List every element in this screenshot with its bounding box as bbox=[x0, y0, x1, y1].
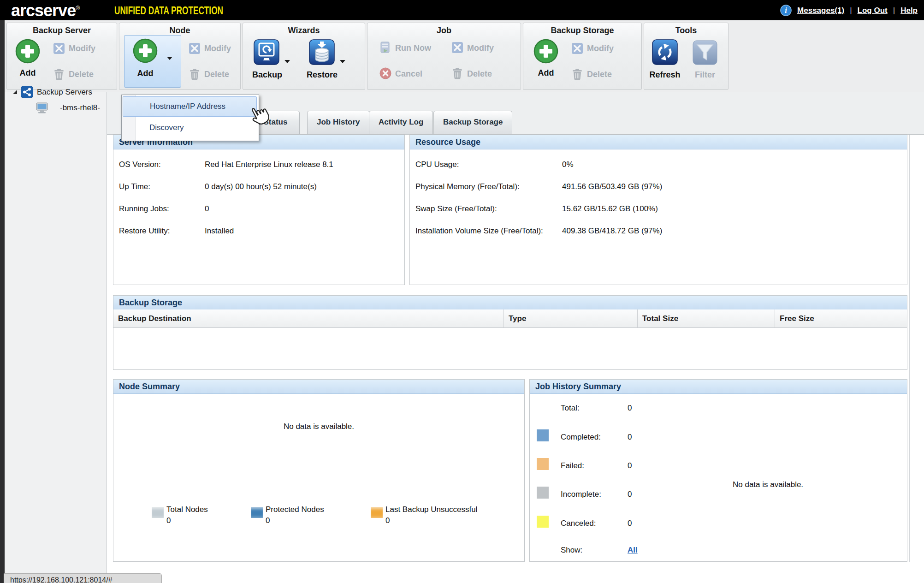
jh-swatch-failed bbox=[537, 458, 549, 470]
node-add-dropdown-menu: Hostname/IP Address Discovery bbox=[121, 95, 259, 141]
server-information-panel: Server Information OS Version: Red Hat E… bbox=[113, 135, 405, 285]
resource-value: 15.62 GB/15.62 GB (100%) bbox=[562, 204, 658, 214]
job-history-summary-panel: Job History Summary Total: 0 Completed: … bbox=[529, 379, 907, 562]
tree-expand-icon[interactable] bbox=[13, 90, 17, 94]
panel-title: Resource Usage bbox=[410, 135, 907, 149]
top-bar: arcserve® UNIFIED DATA PROTECTION i Mess… bbox=[0, 0, 924, 20]
ribbon-group-backup-storage: Backup Storage Add Modify Delete bbox=[523, 23, 642, 90]
jh-swatch-incomplete bbox=[537, 487, 549, 499]
app-window: arcserve® UNIFIED DATA PROTECTION i Mess… bbox=[0, 0, 924, 583]
column-header-free-size[interactable]: Free Size bbox=[775, 309, 907, 328]
tree-item-backup-servers[interactable]: Backup Servers bbox=[13, 86, 92, 98]
filter-icon bbox=[692, 40, 718, 65]
group-title: Node bbox=[119, 26, 240, 36]
jh-label: Canceled: bbox=[561, 519, 596, 528]
ribbon-group-node: Node Add Modify Delete bbox=[119, 23, 241, 90]
ribbon-group-wizards: Wizards Backup bbox=[243, 23, 365, 90]
legend-label: Total Nodes bbox=[166, 505, 208, 514]
legend-label: Protected Nodes bbox=[266, 505, 324, 514]
dropdown-arrow-icon bbox=[167, 57, 172, 60]
backup-wizard-icon bbox=[253, 39, 280, 65]
info-value: Red Hat Enterprise Linux release 8.1 bbox=[205, 160, 333, 169]
legend-value: 0 bbox=[166, 516, 171, 525]
info-label: Restore Utility: bbox=[119, 226, 170, 236]
resource-value: 0% bbox=[562, 160, 574, 169]
info-icon: i bbox=[780, 5, 792, 16]
add-icon bbox=[15, 39, 40, 64]
menu-item-hostname-ip-address[interactable]: Hostname/IP Address bbox=[123, 96, 257, 117]
dropdown-arrow-icon bbox=[284, 60, 290, 63]
ribbon-group-backup-server: Backup Server Add Modify Delete bbox=[6, 23, 117, 90]
show-label: Show: bbox=[561, 546, 582, 555]
group-title: Tools bbox=[644, 26, 728, 36]
separator: | bbox=[893, 6, 895, 15]
column-header-total-size[interactable]: Total Size bbox=[638, 309, 775, 328]
tree-item-server[interactable]: -bms-rhel8- bbox=[36, 102, 100, 113]
product-title: UNIFIED DATA PROTECTION bbox=[114, 4, 223, 17]
delete-icon bbox=[572, 68, 583, 80]
jh-value: 0 bbox=[628, 490, 632, 499]
empty-message: No data is available. bbox=[113, 422, 524, 431]
logout-link[interactable]: Log Out bbox=[858, 6, 888, 15]
jh-label: Failed: bbox=[561, 461, 584, 470]
backup-storage-panel: Backup Storage Backup Destination Type T… bbox=[113, 295, 907, 370]
column-header-backup-destination[interactable]: Backup Destination bbox=[113, 309, 504, 328]
group-title: Job bbox=[367, 26, 521, 36]
ribbon-group-job: Job Run Now Modify Cancel Delete bbox=[367, 23, 521, 90]
info-value: Installed bbox=[205, 226, 234, 236]
delete-icon bbox=[452, 67, 463, 79]
legend-value: 0 bbox=[266, 516, 270, 525]
legend-label: Last Backup Unsuccessful bbox=[385, 505, 477, 514]
column-header-type[interactable]: Type bbox=[504, 309, 638, 328]
resource-label: Physical Memory (Free/Total): bbox=[415, 182, 520, 191]
jh-value: 0 bbox=[628, 404, 632, 413]
jh-label: Total: bbox=[561, 404, 580, 413]
tab-backup-storage[interactable]: Backup Storage bbox=[433, 111, 512, 134]
node-summary-panel: Node Summary No data is available. Total… bbox=[113, 379, 525, 562]
messages-link[interactable]: Messages(1) bbox=[797, 6, 844, 15]
modify-icon bbox=[451, 42, 463, 54]
restore-wizard-icon bbox=[308, 39, 335, 65]
dropdown-arrow-icon bbox=[340, 60, 345, 63]
info-value: 0 bbox=[205, 204, 209, 214]
modify-icon bbox=[189, 42, 201, 54]
jh-swatch-canceled bbox=[537, 516, 549, 528]
resource-label: Swap Size (Free/Total): bbox=[415, 204, 497, 214]
legend-value: 0 bbox=[385, 516, 390, 525]
ribbon-toolbar: Backup Server Add Modify Delete Node Add bbox=[5, 20, 924, 93]
tab-job-history[interactable]: Job History bbox=[307, 111, 370, 134]
jh-swatch-completed bbox=[537, 429, 549, 441]
jh-value: 0 bbox=[628, 461, 632, 470]
resource-value: 491.56 GB/503.49 GB (97%) bbox=[562, 182, 662, 191]
help-link[interactable]: Help bbox=[900, 6, 918, 15]
delete-icon bbox=[53, 68, 65, 80]
separator: | bbox=[850, 6, 852, 15]
resource-value: 409.38 GB/418.72 GB (97%) bbox=[562, 226, 662, 236]
refresh-icon bbox=[652, 39, 678, 65]
resource-label: Installation Volume Size (Free/Total): bbox=[415, 226, 543, 236]
menu-item-discovery[interactable]: Discovery bbox=[123, 118, 257, 138]
tab-activity-log[interactable]: Activity Log bbox=[369, 111, 433, 134]
run-now-icon bbox=[379, 42, 391, 54]
content-right-divider bbox=[909, 135, 910, 562]
tree-item-label: Backup Servers bbox=[37, 88, 92, 97]
window-left-edge bbox=[0, 20, 5, 583]
modify-icon bbox=[53, 42, 65, 54]
group-title: Backup Server bbox=[7, 26, 117, 36]
status-url-text: https://192.168.100.121:8014/# bbox=[4, 574, 161, 583]
legend-swatch-total-nodes bbox=[152, 507, 164, 518]
add-icon bbox=[133, 38, 158, 63]
show-all-link[interactable]: All bbox=[628, 546, 638, 555]
empty-message: No data is available. bbox=[733, 480, 803, 489]
cancel-icon bbox=[379, 67, 391, 79]
node-add-button[interactable]: Add bbox=[124, 35, 181, 88]
info-label: Running Jobs: bbox=[119, 204, 169, 214]
arcserve-logo: arcserve® bbox=[11, 1, 79, 20]
top-links: i Messages(1) | Log Out | Help bbox=[780, 5, 918, 16]
status-url-tooltip: https://192.168.100.121:8014/# bbox=[4, 573, 162, 583]
jh-value: 0 bbox=[628, 519, 632, 528]
group-title: Backup Storage bbox=[523, 26, 641, 36]
modify-icon bbox=[571, 42, 583, 54]
panel-title: Backup Storage bbox=[113, 296, 907, 310]
delete-icon bbox=[189, 68, 200, 80]
